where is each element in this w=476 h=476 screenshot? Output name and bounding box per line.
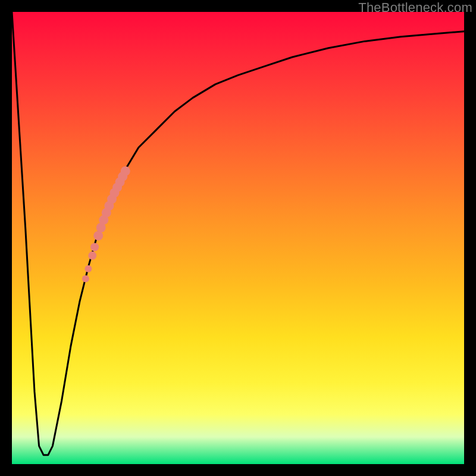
data-marker (84, 265, 92, 273)
data-marker (90, 243, 99, 251)
data-marker (121, 167, 130, 176)
chart-frame: TheBottleneck.com (0, 0, 476, 476)
bottleneck-curve (12, 12, 464, 455)
data-marker (93, 231, 103, 240)
data-marker (88, 252, 96, 260)
plot-area (12, 12, 464, 464)
chart-svg (12, 12, 464, 464)
watermark-text: TheBottleneck.com (358, 0, 472, 15)
data-marker (82, 275, 89, 282)
